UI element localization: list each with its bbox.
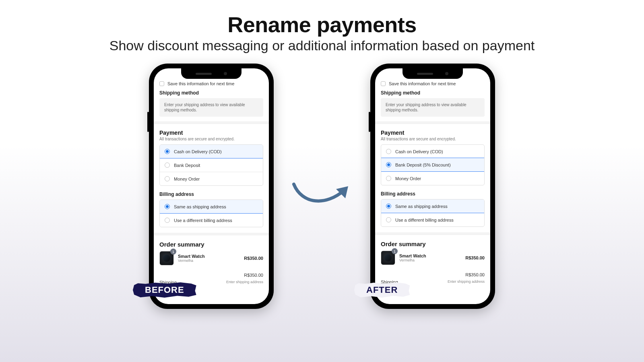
phone-notch [181, 68, 242, 79]
option-label: Bank Deposit [174, 163, 200, 168]
title: Rename payments [0, 12, 644, 37]
section-divider [154, 233, 269, 235]
radio-icon [165, 204, 170, 209]
product-thumbnail: 1 [159, 251, 174, 265]
payment-option-cod[interactable]: Cash on Delivery (COD) [381, 145, 484, 158]
product-name: Smart Watch [178, 254, 240, 259]
section-divider [154, 121, 269, 124]
radio-icon [386, 162, 391, 167]
qty-badge: 1 [170, 249, 176, 255]
billing-diff[interactable]: Use a different billing address [381, 213, 484, 226]
checkbox-icon[interactable] [159, 81, 164, 86]
payment-option-cod[interactable]: Cash on Delivery (COD) [159, 144, 263, 158]
shipping-method-title: Shipping method [159, 90, 263, 96]
option-label: Money Order [174, 177, 200, 181]
option-label: Bank Deposit (5% Discount) [395, 162, 451, 167]
product-variant: Vermelha [399, 258, 461, 262]
save-info-row[interactable]: Save this information for next time [381, 81, 485, 86]
payment-option-bank[interactable]: Bank Deposit (5% Discount) [381, 158, 485, 172]
radio-icon [165, 218, 170, 223]
radio-icon [386, 204, 391, 209]
phone-notch [402, 68, 463, 79]
radio-icon [386, 149, 391, 154]
payment-title: Payment [381, 130, 485, 136]
product-thumbnail: 1 [381, 251, 395, 265]
qty-badge: 1 [392, 248, 398, 254]
order-summary-title: Order summary [159, 241, 263, 248]
payment-option-bank[interactable]: Bank Deposit [160, 158, 263, 172]
shipping-hint: Enter shipping address [226, 280, 263, 285]
shipping-method-title: Shipping method [381, 90, 485, 96]
payment-subtitle: All transactions are secure and encrypte… [381, 137, 485, 141]
billing-diff[interactable]: Use a different billing address [160, 213, 263, 227]
radio-icon [386, 176, 391, 181]
arrow-icon [290, 180, 354, 208]
phone-after: Save this information for next time Ship… [370, 64, 495, 309]
option-label: Cash on Delivery (COD) [174, 149, 222, 154]
option-label: Use a different billing address [395, 218, 454, 222]
radio-icon [165, 149, 170, 154]
product-price: R$350.00 [465, 255, 485, 260]
save-info-label: Save this information for next time [167, 81, 234, 86]
option-label: Money Order [395, 176, 421, 181]
billing-title: Billing address [159, 191, 263, 197]
product-name: Smart Watch [399, 253, 461, 258]
shipping-method-hint: Enter your shipping address to view avai… [381, 98, 485, 117]
screen-after: Save this information for next time Ship… [375, 68, 490, 304]
shipping-method-hint: Enter your shipping address to view avai… [159, 98, 263, 117]
subtotal-row: R$350.00 [159, 273, 263, 278]
comparison-stage: Save this information for next time Ship… [0, 64, 644, 309]
payment-subtitle: All transactions are secure and encrypte… [159, 137, 263, 141]
radio-icon [165, 176, 170, 181]
order-summary-title: Order summary [381, 241, 485, 247]
payment-options-before: Cash on Delivery (COD) Bank Deposit Mone… [159, 144, 263, 186]
checkbox-icon[interactable] [381, 81, 386, 86]
save-info-label: Save this information for next time [389, 81, 456, 86]
payment-option-money[interactable]: Money Order [160, 172, 263, 185]
subtotal-row: R$350.00 [381, 272, 485, 277]
billing-same[interactable]: Same as shipping address [381, 199, 485, 213]
payment-options-after: Cash on Delivery (COD) Bank Deposit (5% … [381, 144, 485, 185]
product-variant: Vermelha [178, 259, 240, 263]
option-label: Use a different billing address [174, 218, 232, 223]
payment-option-money[interactable]: Money Order [381, 171, 484, 185]
order-line-item: 1 Smart Watch Vermelha R$350.00 [381, 251, 485, 265]
shipping-hint: Enter shipping address [448, 280, 485, 284]
order-line-item: 1 Smart Watch Vermelha R$350.00 [159, 251, 263, 265]
subtotal-value: R$350.00 [465, 272, 485, 277]
product-price: R$350.00 [244, 256, 263, 261]
billing-options: Same as shipping address Use a different… [381, 199, 485, 227]
section-divider [375, 232, 490, 235]
screen-before: Save this information for next time Ship… [154, 68, 269, 304]
phone-before: Save this information for next time Ship… [149, 64, 274, 309]
after-tag: AFTER [354, 282, 410, 298]
option-label: Same as shipping address [174, 204, 226, 209]
billing-options: Same as shipping address Use a different… [159, 200, 263, 227]
subtitle: Show discount messaging or additional in… [0, 38, 644, 53]
option-label: Cash on Delivery (COD) [395, 149, 443, 154]
radio-icon [386, 217, 391, 222]
billing-title: Billing address [381, 191, 485, 197]
save-info-row[interactable]: Save this information for next time [159, 81, 263, 86]
option-label: Same as shipping address [395, 204, 448, 209]
before-tag: BEFORE [133, 282, 196, 298]
page-heading: Rename payments Show discount messaging … [0, 0, 644, 53]
subtotal-value: R$350.00 [244, 273, 263, 278]
payment-title: Payment [159, 130, 263, 136]
radio-icon [165, 162, 170, 168]
section-divider [375, 121, 490, 124]
billing-same[interactable]: Same as shipping address [159, 200, 263, 214]
